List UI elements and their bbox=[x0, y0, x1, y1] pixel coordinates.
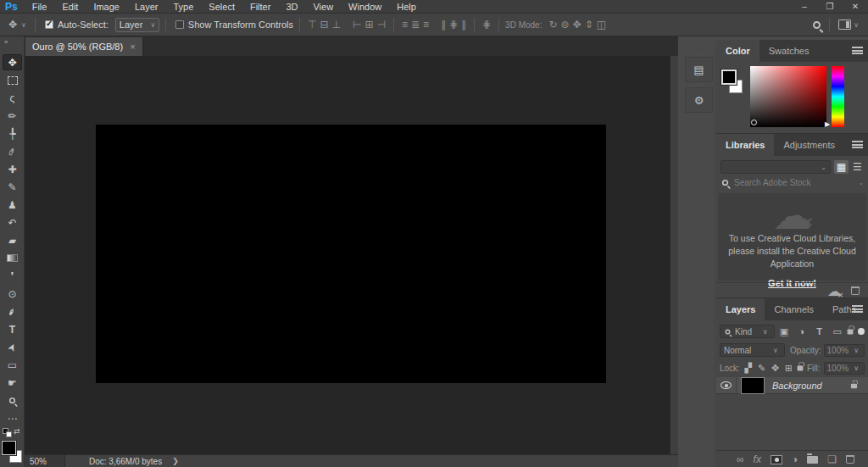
menu-layer[interactable]: Layer bbox=[127, 2, 166, 12]
menu-edit[interactable]: Edit bbox=[54, 2, 86, 12]
tool-rectangle[interactable]: ▭ bbox=[3, 357, 22, 373]
swap-colors-icon[interactable]: ⇄ bbox=[14, 427, 20, 436]
panel-foreground-swatch[interactable] bbox=[721, 69, 737, 85]
distribute-top-edges-icon[interactable]: ≡ bbox=[400, 19, 409, 31]
filter-shape-layers-icon[interactable]: ▭ bbox=[829, 326, 845, 337]
menu-filter[interactable]: Filter bbox=[242, 2, 278, 12]
show-transform-checkbox[interactable] bbox=[175, 20, 184, 29]
tool-crop[interactable]: ╄ bbox=[3, 125, 22, 142]
delete-layer-icon[interactable] bbox=[846, 455, 854, 464]
tool-history-brush[interactable]: ↶ bbox=[3, 214, 22, 231]
distribute-bottom-edges-icon[interactable]: ≡ bbox=[421, 19, 431, 31]
3d-roll-icon[interactable]: ⊚ bbox=[559, 19, 571, 31]
tab-color[interactable]: Color bbox=[716, 40, 760, 62]
tool-path-selection[interactable]: ➤ bbox=[3, 339, 22, 355]
menu-image[interactable]: Image bbox=[86, 2, 127, 12]
tool-lasso[interactable]: ς bbox=[3, 90, 22, 106]
menu-3d[interactable]: 3D bbox=[278, 2, 305, 12]
new-group-icon[interactable] bbox=[807, 456, 818, 464]
color-picker-dot[interactable] bbox=[751, 120, 757, 125]
layer-thumbnail[interactable] bbox=[742, 378, 764, 393]
filter-adjustment-layers-icon[interactable]: ◑ bbox=[793, 326, 810, 336]
collapsed-panel-gear-icon[interactable]: ⚙ bbox=[685, 87, 713, 113]
tool-zoom[interactable] bbox=[3, 392, 22, 409]
new-layer-icon[interactable]: ❏ bbox=[827, 453, 837, 465]
link-layers-icon[interactable]: ∞ bbox=[737, 453, 744, 465]
tool-move[interactable]: ✥ bbox=[3, 54, 22, 70]
new-adjustment-layer-icon[interactable]: ◑ bbox=[792, 453, 798, 465]
tool-gradient[interactable] bbox=[3, 250, 22, 266]
menu-view[interactable]: View bbox=[305, 2, 341, 12]
tool-blur[interactable]: ❜ bbox=[3, 268, 22, 284]
hue-slider-arrow-icon[interactable]: ▶ bbox=[825, 120, 830, 128]
grid-view-button[interactable]: ▦ bbox=[834, 160, 849, 174]
stock-search-field[interactable]: Search Adobe Stock ⌄ bbox=[721, 178, 864, 187]
delete-library-item-icon[interactable] bbox=[851, 286, 860, 295]
distribute-spacing-icon[interactable]: ⋕ bbox=[481, 19, 492, 31]
collapsed-panel-list-icon[interactable]: ▤ bbox=[685, 57, 713, 82]
3d-orbit-icon[interactable]: ↻ bbox=[547, 19, 559, 31]
edit-toolbar-button[interactable]: ⋯ bbox=[3, 410, 22, 426]
3d-camera-icon[interactable]: ◫ bbox=[595, 19, 608, 31]
tool-dodge[interactable]: ⊙ bbox=[3, 286, 22, 302]
align-right-edges-icon[interactable]: ⊣ bbox=[375, 19, 387, 31]
minimize-button[interactable]: – bbox=[792, 2, 817, 11]
libraries-panel-menu-icon[interactable] bbox=[852, 141, 863, 148]
lock-position-icon[interactable]: ✥ bbox=[771, 363, 781, 374]
menu-help[interactable]: Help bbox=[389, 2, 424, 12]
color-panel-menu-icon[interactable] bbox=[852, 47, 863, 54]
tool-brush[interactable]: ✎ bbox=[3, 179, 22, 195]
vertical-scrollbar[interactable] bbox=[670, 56, 678, 454]
layers-panel-menu-icon[interactable] bbox=[852, 305, 863, 313]
auto-select-target-dropdown[interactable]: Layer ∨ bbox=[115, 18, 159, 32]
zoom-level-field[interactable]: 50% bbox=[25, 455, 65, 467]
move-tool-icon[interactable]: ✥ bbox=[7, 19, 19, 31]
layer-visibility-cell[interactable] bbox=[716, 377, 737, 394]
workspace-switcher-icon[interactable] bbox=[838, 19, 851, 30]
tool-quick-selection[interactable]: ✏ bbox=[3, 108, 22, 124]
distribute-right-edges-icon[interactable]: ∥ bbox=[459, 19, 468, 31]
filter-pixel-layers-icon[interactable]: ▣ bbox=[776, 326, 793, 337]
document-tab[interactable]: Ouro @ 50% (RGB/8) × bbox=[25, 37, 143, 56]
filter-kind-dropdown[interactable]: Kind ∨ bbox=[720, 325, 775, 338]
lock-artboards-icon[interactable]: ⊞ bbox=[783, 363, 793, 374]
menu-select[interactable]: Select bbox=[201, 2, 242, 12]
align-bottom-edges-icon[interactable]: ⊥ bbox=[330, 19, 342, 31]
tool-pen[interactable]: ✒ bbox=[3, 303, 22, 320]
filter-smart-objects-icon[interactable] bbox=[848, 329, 854, 334]
menu-type[interactable]: Type bbox=[166, 2, 202, 12]
auto-select-checkbox[interactable] bbox=[45, 20, 53, 29]
document-canvas[interactable] bbox=[96, 125, 606, 383]
distribute-vertical-centers-icon[interactable]: ≣ bbox=[409, 19, 421, 31]
tool-eyedropper[interactable]: ✑ bbox=[3, 143, 22, 159]
fill-field[interactable]: 100% ∨ bbox=[824, 362, 865, 375]
3d-pan-icon[interactable]: ✥ bbox=[571, 19, 583, 31]
filter-type-layers-icon[interactable]: T bbox=[811, 326, 827, 336]
tool-spot-healing-brush[interactable]: ✚ bbox=[3, 161, 22, 177]
search-icon[interactable] bbox=[813, 21, 821, 29]
menu-file[interactable]: File bbox=[25, 2, 55, 12]
hue-slider[interactable] bbox=[832, 66, 844, 127]
align-left-edges-icon[interactable]: ⊢ bbox=[351, 19, 363, 31]
align-horizontal-centers-icon[interactable]: ⊞ bbox=[363, 19, 375, 31]
tool-eraser[interactable]: ▰ bbox=[3, 232, 22, 248]
workspace-chevron-icon[interactable]: ∨ bbox=[851, 21, 861, 29]
tab-swatches[interactable]: Swatches bbox=[760, 40, 819, 62]
status-options-chevron-icon[interactable]: ❯ bbox=[172, 457, 179, 465]
tool-preset-chevron-icon[interactable]: ∨ bbox=[19, 21, 29, 29]
distribute-left-edges-icon[interactable]: ∥ bbox=[439, 19, 448, 31]
color-saturation-field[interactable] bbox=[750, 66, 826, 127]
3d-slide-icon[interactable]: ⇕ bbox=[583, 19, 595, 31]
lock-all-icon[interactable] bbox=[798, 365, 803, 370]
close-button[interactable]: ✕ bbox=[843, 2, 868, 11]
add-layer-mask-icon[interactable] bbox=[771, 455, 782, 464]
opacity-field[interactable]: 100% ∨ bbox=[824, 344, 865, 357]
layer-row-background[interactable]: Background bbox=[716, 377, 868, 394]
lock-image-pixels-icon[interactable]: ✎ bbox=[757, 363, 767, 374]
tab-adjustments[interactable]: Adjustments bbox=[774, 134, 844, 156]
align-top-edges-icon[interactable]: ⊤ bbox=[306, 19, 318, 31]
list-view-button[interactable]: ☰ bbox=[850, 160, 865, 174]
filtering-toggle-icon[interactable] bbox=[858, 328, 865, 335]
tool-hand[interactable]: ☛ bbox=[3, 375, 22, 391]
menu-window[interactable]: Window bbox=[341, 2, 389, 12]
